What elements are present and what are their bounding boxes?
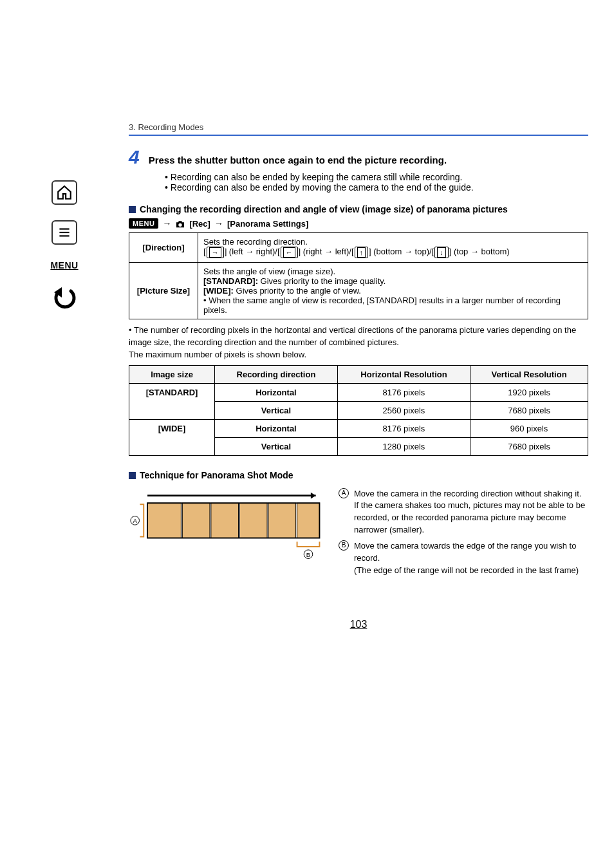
direction-desc: Sets the recording direction. [→] (left …: [198, 233, 588, 263]
arrow-icon: →: [214, 218, 223, 229]
back-button[interactable]: [51, 286, 77, 314]
cell: Horizontal: [215, 383, 338, 401]
cell: 1280 pixels: [337, 437, 470, 455]
arrow-icon: →: [162, 218, 171, 229]
explain-a: Move the camera in the recording directi…: [354, 489, 581, 498]
cell: 8176 pixels: [337, 383, 470, 401]
pan-down-icon: ↓: [434, 247, 449, 258]
chapter-heading: 3. Recording Modes: [129, 122, 588, 136]
cell: 2560 pixels: [337, 401, 470, 419]
list-icon: [56, 224, 73, 241]
pan-up-icon: ↑: [355, 247, 369, 258]
cell: 1920 pixels: [470, 383, 588, 401]
pan-left-icon: ←: [281, 247, 298, 258]
explain-b2: (The edge of the range will not be recor…: [354, 565, 579, 575]
home-button[interactable]: [51, 180, 77, 205]
menu-link[interactable]: MENU: [50, 260, 78, 270]
svg-text:A: A: [133, 517, 137, 524]
back-icon: [51, 286, 77, 312]
rec-label: [Rec]: [189, 219, 210, 229]
label-a-icon: A: [339, 488, 349, 498]
diagram-explanation: A Move the camera in the recording direc…: [339, 488, 588, 581]
svg-rect-12: [239, 503, 267, 538]
picture-size-label: [Picture Size]: [129, 263, 198, 319]
bullet: Recording can also be ended by moving th…: [165, 182, 588, 193]
col-horizontal: Horizontal Resolution: [337, 365, 470, 383]
page-number: 103: [129, 619, 588, 630]
section-heading: Technique for Panorama Shot Mode: [129, 470, 588, 480]
svg-rect-9: [147, 503, 181, 538]
menu-path: MENU → [Rec] → [Panorama Settings]: [129, 218, 588, 229]
cell: 7680 pixels: [470, 401, 588, 419]
col-image-size: Image size: [129, 365, 215, 383]
panorama-label: [Panorama Settings]: [227, 219, 308, 229]
svg-rect-11: [211, 503, 239, 538]
contents-button[interactable]: [51, 220, 77, 245]
settings-table: [Direction] Sets the recording direction…: [129, 232, 588, 319]
explain-b: Move the camera towards the edge of the …: [354, 541, 576, 563]
picture-size-desc: Sets the angle of view (image size). [ST…: [198, 263, 588, 319]
cell: Vertical: [215, 437, 338, 455]
cell-wide: [WIDE]: [129, 419, 215, 455]
square-marker-icon: [129, 472, 136, 479]
svg-point-6: [179, 223, 182, 226]
cell: Vertical: [215, 401, 338, 419]
cell: Horizontal: [215, 419, 338, 437]
section-heading-text: Changing the recording direction and ang…: [140, 204, 508, 214]
pan-right-icon: →: [207, 247, 224, 258]
svg-marker-8: [311, 492, 316, 498]
menu-badge: MENU: [129, 218, 158, 229]
svg-rect-14: [297, 503, 320, 538]
cell: 960 pixels: [470, 419, 588, 437]
sidebar: MENU: [0, 0, 129, 868]
label-b-icon: B: [339, 540, 349, 551]
svg-text:B: B: [306, 551, 310, 558]
square-marker-icon: [129, 206, 136, 213]
step-bullets: Recording can also be ended by keeping t…: [165, 172, 588, 193]
col-direction: Recording direction: [215, 365, 338, 383]
cell: 7680 pixels: [470, 437, 588, 455]
svg-rect-10: [182, 503, 210, 538]
note-text: The number of recording pixels in the ho…: [129, 325, 588, 361]
main-content: 3. Recording Modes 4 Press the shutter b…: [129, 0, 614, 868]
step-instruction: Press the shutter button once again to e…: [149, 155, 447, 165]
cell-standard: [STANDARD]: [129, 383, 215, 419]
section-heading: Changing the recording direction and ang…: [129, 204, 588, 214]
pixel-table: Image size Recording direction Horizonta…: [129, 365, 588, 456]
cell: 8176 pixels: [337, 419, 470, 437]
step-number: 4: [129, 147, 140, 167]
svg-rect-13: [268, 503, 296, 538]
col-vertical: Vertical Resolution: [470, 365, 588, 383]
home-icon: [56, 184, 73, 201]
direction-label: [Direction]: [129, 233, 198, 263]
explain-a2: If the camera shakes too much, pictures …: [354, 500, 585, 534]
bullet: Recording can also be ended by keeping t…: [165, 172, 588, 182]
section-heading-text: Technique for Panorama Shot Mode: [140, 470, 293, 480]
camera-icon: [175, 218, 185, 229]
panorama-diagram: A B: [129, 488, 328, 565]
